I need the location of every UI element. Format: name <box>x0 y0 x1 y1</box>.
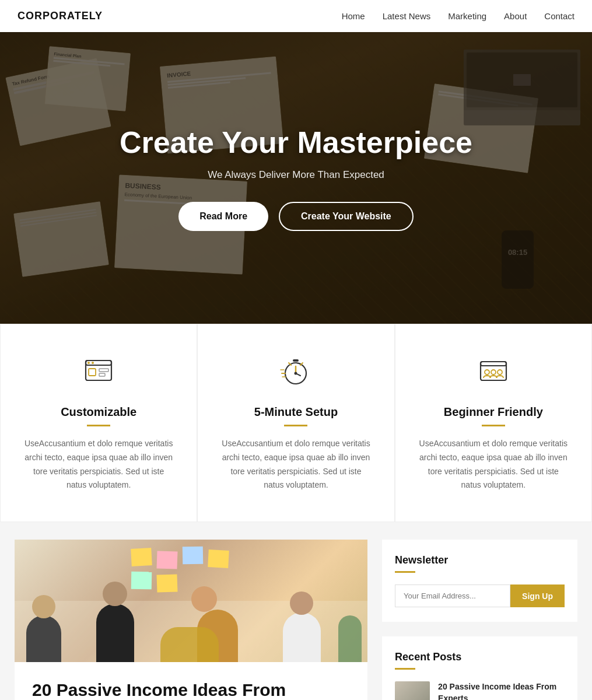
svg-rect-4 <box>89 369 96 376</box>
nav-about[interactable]: About <box>504 11 527 21</box>
feature-desc-setup: UseAccusantium et dolo remque veritatis … <box>221 437 370 492</box>
article-card: 20 Passive Income Ideas From Experts Nov… <box>15 540 367 700</box>
newsletter-underline <box>395 571 415 573</box>
hero-title: Create Your Masterpiece <box>92 125 500 160</box>
hero-section: Tax Refund Form Financial Plan INVOICE B… <box>0 32 592 324</box>
feature-beginner: Beginner Friendly UseAccusantium et dolo… <box>395 324 592 522</box>
feature-underline <box>87 425 110 426</box>
recent-post-title-1[interactable]: 20 Passive Income Ideas From Experts <box>438 681 565 700</box>
svg-point-9 <box>295 372 297 375</box>
nav-home[interactable]: Home <box>342 11 365 21</box>
read-more-button[interactable]: Read More <box>178 202 268 231</box>
feature-underline <box>482 425 505 426</box>
recent-post-item: 20 Passive Income Ideas From Experts Nov… <box>395 681 565 700</box>
newsletter-title: Newsletter <box>395 554 565 566</box>
svg-point-14 <box>498 370 502 374</box>
article-title: 20 Passive Income Ideas From Experts <box>32 678 350 700</box>
newsletter-email-input[interactable] <box>395 584 510 607</box>
hero-content: Create Your Masterpiece We Always Delive… <box>92 125 500 231</box>
svg-rect-6 <box>99 373 105 376</box>
recent-posts-box: Recent Posts 20 Passive Income Ideas Fro… <box>382 636 577 700</box>
sidebar: Newsletter Sign Up Recent Posts 20 Passi… <box>382 540 577 700</box>
feature-desc-beginner: UseAccusantium et dolo remque veritatis … <box>419 437 568 492</box>
brand-logo: CORPORATELY <box>17 10 103 22</box>
nav-marketing[interactable]: Marketing <box>448 11 486 21</box>
svg-rect-5 <box>99 369 108 372</box>
customizable-icon <box>24 354 173 395</box>
svg-point-3 <box>92 362 94 364</box>
recent-post-thumb-1 <box>395 681 430 700</box>
svg-point-12 <box>485 370 489 374</box>
article-image <box>15 540 367 662</box>
feature-title-setup: 5-Minute Setup <box>221 405 370 419</box>
feature-customizable: Customizable UseAccusantium et dolo remq… <box>0 324 197 522</box>
svg-point-2 <box>87 362 90 364</box>
svg-point-13 <box>491 370 496 374</box>
feature-desc-customizable: UseAccusantium et dolo remque veritatis … <box>24 437 173 492</box>
main-content: 20 Passive Income Ideas From Experts Nov… <box>0 522 592 700</box>
nav-contact[interactable]: Contact <box>544 11 575 21</box>
nav-links: Home Latest News Marketing About Contact <box>342 11 575 22</box>
feature-title-beginner: Beginner Friendly <box>419 405 568 419</box>
newsletter-box: Newsletter Sign Up <box>382 540 577 622</box>
newsletter-form: Sign Up <box>395 584 565 607</box>
newsletter-signup-button[interactable]: Sign Up <box>510 584 565 607</box>
nav-latest-news[interactable]: Latest News <box>383 11 431 21</box>
features-section: Customizable UseAccusantium et dolo remq… <box>0 324 592 522</box>
beginner-icon <box>419 354 568 395</box>
recent-post-info-1: 20 Passive Income Ideas From Experts Nov… <box>438 681 565 700</box>
svg-rect-8 <box>293 359 299 362</box>
feature-title-customizable: Customizable <box>24 405 173 419</box>
create-website-button[interactable]: Create Your Website <box>279 202 414 231</box>
recent-posts-underline <box>395 668 415 670</box>
feature-underline <box>284 425 307 426</box>
timer-icon <box>221 354 370 395</box>
navbar: CORPORATELY Home Latest News Marketing A… <box>0 0 592 32</box>
article-body: 20 Passive Income Ideas From Experts Nov… <box>15 662 367 700</box>
hero-subtitle: We Always Deliver More Than Expected <box>92 169 500 181</box>
svg-rect-11 <box>481 362 506 366</box>
hero-buttons: Read More Create Your Website <box>92 202 500 231</box>
feature-setup: 5-Minute Setup UseAccusantium et dolo re… <box>197 324 394 522</box>
recent-posts-title: Recent Posts <box>395 651 565 663</box>
